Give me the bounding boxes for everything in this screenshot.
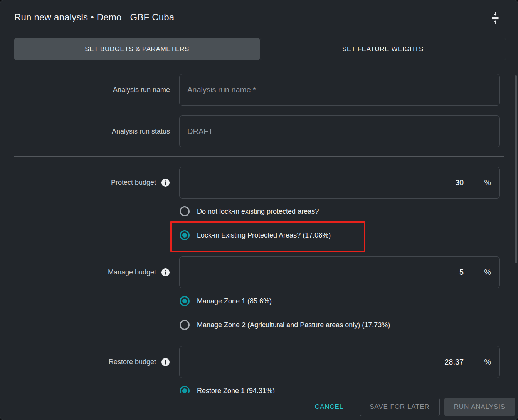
radio-label: Manage Zone 2 (Agricultural and Pasture …	[197, 321, 390, 329]
radio-manage-zone-1[interactable]: Manage Zone 1 (85.6%)	[180, 296, 518, 306]
radio-manage-zone-2[interactable]: Manage Zone 2 (Agricultural and Pasture …	[180, 320, 518, 330]
analysis-run-status-label: Analysis run status	[0, 127, 170, 136]
dialog-title: Run new analysis • Demo - GBF Cuba	[14, 12, 174, 23]
form-scroll-area: Analysis run name Analysis run status Pr…	[0, 60, 518, 393]
tab-label: SET BUDGETS & PARAMETERS	[85, 45, 189, 53]
radio-unselected-icon[interactable]	[180, 320, 190, 330]
protect-budget-unit: %	[484, 178, 491, 187]
restore-budget-label: Restore budget	[109, 358, 156, 366]
manage-budget-unit: %	[484, 268, 491, 277]
manage-budget-label-cell: Manage budget	[0, 268, 170, 277]
collapse-dialog-button[interactable]	[488, 10, 502, 26]
restore-budget-box: %	[179, 346, 500, 378]
analysis-run-name-box	[179, 74, 500, 106]
restore-budget-input[interactable]	[413, 357, 464, 367]
run-analysis-button[interactable]: RUN ANALYSIS	[444, 398, 515, 416]
radio-selected-icon[interactable]	[180, 230, 190, 240]
vertical-scrollbar-thumb[interactable]	[515, 75, 517, 263]
restore-budget-label-cell: Restore budget	[0, 358, 170, 366]
save-for-later-button[interactable]: SAVE FOR LATER	[360, 398, 440, 416]
protect-budget-label: Protect budget	[111, 179, 156, 187]
protect-budget-box: %	[179, 167, 500, 199]
manage-budget-box: %	[179, 256, 500, 288]
restore-budget-row: Restore budget %	[0, 346, 518, 378]
section-divider	[14, 156, 504, 157]
info-icon[interactable]	[161, 358, 170, 366]
radio-label: Manage Zone 1 (85.6%)	[197, 297, 272, 305]
restore-budget-unit: %	[484, 358, 491, 366]
manage-budget-input[interactable]	[413, 268, 464, 277]
radio-no-lock-in[interactable]: Do not lock-in existing protected areas?	[180, 206, 518, 216]
cancel-button[interactable]: CANCEL	[308, 398, 350, 416]
radio-label: Restore Zone 1 (94.31%)	[197, 387, 275, 393]
radio-selected-icon[interactable]	[180, 386, 190, 393]
radio-lock-in-existing[interactable]: Lock-in Existing Protected Areas? (17.08…	[180, 230, 518, 240]
analysis-run-status-box	[179, 115, 500, 147]
tab-label: SET FEATURE WEIGHTS	[342, 45, 424, 53]
manage-budget-row: Manage budget %	[0, 256, 518, 288]
collapse-vertical-icon	[490, 12, 501, 25]
run-analysis-dialog: Run new analysis • Demo - GBF Cuba SET B…	[0, 0, 518, 420]
manage-budget-label: Manage budget	[108, 268, 156, 276]
analysis-run-name-row: Analysis run name	[0, 74, 518, 106]
radio-label: Lock-in Existing Protected Areas? (17.08…	[197, 231, 331, 239]
radio-restore-zone-1[interactable]: Restore Zone 1 (94.31%)	[180, 386, 518, 393]
protect-budget-row: Protect budget %	[0, 167, 518, 199]
protect-budget-label-cell: Protect budget	[0, 178, 170, 187]
dialog-footer: CANCEL SAVE FOR LATER RUN ANALYSIS	[0, 393, 518, 420]
analysis-run-status-row: Analysis run status	[0, 115, 518, 147]
tab-set-feature-weights[interactable]: SET FEATURE WEIGHTS	[260, 38, 506, 60]
protect-budget-input[interactable]	[413, 178, 464, 187]
radio-unselected-icon[interactable]	[180, 206, 190, 216]
tab-set-budgets-parameters[interactable]: SET BUDGETS & PARAMETERS	[14, 38, 260, 60]
radio-label: Do not lock-in existing protected areas?	[197, 207, 319, 216]
analysis-run-status-input[interactable]	[180, 116, 500, 147]
analysis-run-name-input[interactable]	[180, 74, 500, 105]
radio-selected-icon[interactable]	[180, 296, 190, 306]
dialog-header: Run new analysis • Demo - GBF Cuba	[0, 0, 518, 38]
info-icon[interactable]	[161, 178, 170, 187]
dialog-tabs: SET BUDGETS & PARAMETERS SET FEATURE WEI…	[14, 38, 506, 60]
analysis-run-name-label: Analysis run name	[0, 86, 170, 94]
info-icon[interactable]	[161, 268, 170, 277]
